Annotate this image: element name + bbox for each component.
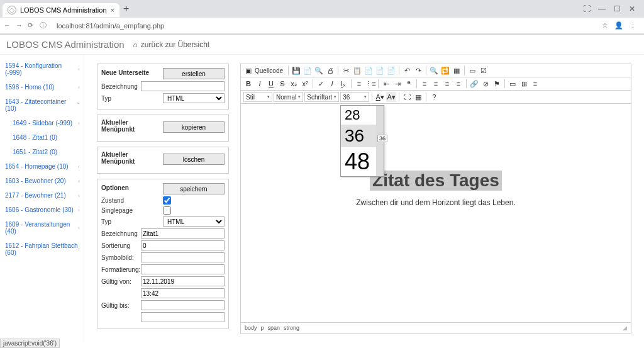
outdent-icon[interactable]: ⇤ [381,79,391,89]
formatierung-input[interactable] [141,264,225,274]
format-combo[interactable]: Normal▾ [274,92,303,102]
bg-color-icon[interactable]: A▾ [386,92,396,102]
table-icon[interactable]: ⊞ [519,79,529,89]
window-close-icon[interactable]: ✕ [628,4,636,13]
forward-icon[interactable]: → [16,21,23,30]
create-button[interactable]: erstellen [163,68,225,79]
sidebar-item-zitatecontainer[interactable]: 1643 - Zitatecontainer (10)˅ [0,94,84,116]
maximize-icon[interactable]: ☐ [613,4,621,13]
undo-icon[interactable]: ↶ [402,65,412,76]
preview-icon[interactable]: 🔍 [314,65,324,76]
tag-span[interactable]: span [268,325,280,331]
save-icon[interactable]: 💾 [291,65,301,76]
sidebar-item-zitat1[interactable]: 1648 - Zitat1 (0) [0,130,84,145]
superscript-icon[interactable]: x² [300,79,310,89]
tag-p[interactable]: p [261,325,264,331]
size-combo[interactable]: 36▾ [340,92,369,102]
align-justify-icon[interactable]: ≡ [453,79,464,89]
gueltig-bis-time-input[interactable] [141,312,225,322]
redo-icon[interactable]: ↷ [413,65,423,76]
sidebar-item-veranstaltungen[interactable]: 1609 - Veranstaltungen (40)‹ [0,217,84,239]
quellcode-label[interactable]: Quellcode [255,67,283,74]
back-to-overview-link[interactable]: ⌂ zurück zur Übersicht [133,40,210,49]
link-icon[interactable]: 🔗 [469,79,479,89]
profile-icon[interactable]: 👤 [614,21,623,30]
new-icon[interactable]: 📄 [303,65,313,76]
checkbox-icon[interactable]: ☑ [479,65,489,76]
typ-select[interactable]: HTML [163,93,225,103]
sortierung-input[interactable] [141,240,225,250]
singlepage-checkbox[interactable] [163,206,171,215]
options-typ-select[interactable]: HTML [163,216,225,227]
sidebar-item-bewohner-20[interactable]: 1603 - Bewohner (20)‹ [0,174,84,188]
gueltig-bis-date-input[interactable] [141,300,225,310]
anchor-icon[interactable]: ⚑ [492,79,502,89]
star-icon[interactable]: ☆ [602,21,608,30]
close-icon[interactable]: × [111,6,114,14]
blockquote-icon[interactable]: ❝ [404,79,414,89]
help-icon[interactable]: ? [429,92,439,102]
sidebar-item-home[interactable]: 1598 - Home (10)‹ [0,80,84,94]
symbolbild-input[interactable] [141,252,225,262]
underline-icon[interactable]: U [266,79,276,89]
document-subtitle[interactable]: Zwischen dir und dem Horizont liegt das … [253,198,618,207]
blocks-icon[interactable]: ▦ [413,92,423,102]
hr-icon[interactable]: ≡ [530,79,540,89]
removeformat-icon[interactable]: ✓ [316,79,326,89]
print-icon[interactable]: 🖨 [325,65,335,76]
font-combo[interactable]: Schriftart▾ [304,92,339,102]
align-left-icon[interactable]: ≡ [419,79,430,89]
gueltig-von-date-input[interactable] [141,276,225,286]
align-right-icon[interactable]: ≡ [442,79,452,89]
back-icon[interactable]: ← [4,21,11,30]
image-icon[interactable]: ▭ [508,79,518,89]
bullist-icon[interactable]: ⋮≡ [365,79,375,89]
tag-body[interactable]: body [245,325,257,331]
sidebar-item-zitat2[interactable]: 1651 - Zitat2 (0) [0,145,84,159]
maximize-editor-icon[interactable]: ⛶ [402,92,412,102]
style-combo[interactable]: Stil▾ [243,92,272,102]
find-icon[interactable]: 🔍 [429,65,439,76]
form-icon[interactable]: ▭ [467,65,477,76]
info-icon[interactable]: ⓘ [40,21,47,30]
replace-icon[interactable]: 🔁 [440,65,450,76]
subscript-icon[interactable]: x₂ [289,79,299,89]
indent-icon[interactable]: ⇥ [392,79,402,89]
browser-tab[interactable]: ◌ LOBOS CMS Administration × [3,3,119,17]
tag-strong[interactable]: strong [284,325,299,331]
menu-icon[interactable]: ⋮ [630,21,636,30]
size-option-48[interactable]: 48 [341,147,376,176]
size-option-28[interactable]: 28 [341,106,376,125]
cut-icon[interactable]: ✂ [341,65,351,76]
format-icon[interactable]: I [327,79,337,89]
options-bezeichnung-input[interactable] [141,228,225,239]
new-tab-button[interactable]: + [123,3,129,14]
resize-grip-icon[interactable]: ◢ [623,325,627,331]
unlink-icon[interactable]: ⊘ [480,79,491,89]
copy-icon[interactable]: 📋 [352,65,362,76]
sidebar-item-fahrplan[interactable]: 1612 - Fahrplan Stettbach (60)‹ [0,239,84,260]
size-option-36[interactable]: 36 [341,125,376,147]
reload-icon[interactable]: ⟳ [28,21,33,30]
sidebar-item-homepage[interactable]: 1654 - Homepage (10)‹ [0,159,84,174]
sidebar-item-bewohner-21[interactable]: 2177 - Bewohner (21)‹ [0,188,84,203]
gueltig-von-time-input[interactable] [141,288,225,298]
delete-button[interactable]: löschen [163,154,225,165]
clear-icon[interactable]: Iₓ [338,79,348,89]
selectall-icon[interactable]: ▦ [452,65,462,76]
strike-icon[interactable]: S [277,79,287,89]
paste-word-icon[interactable]: 📄 [386,65,396,76]
copy-button[interactable]: kopieren [163,121,225,133]
bezeichnung-input[interactable] [141,81,225,91]
italic-icon[interactable]: I [255,79,265,89]
sidebar-item-sidebar[interactable]: 1649 - Sidebar (-999)‹ [0,116,84,130]
address-input[interactable]: localhost:81/admin/a_empfang.php [53,22,596,30]
zustand-checkbox[interactable] [163,196,171,205]
document-heading[interactable]: Zitat des Tages [370,171,502,191]
save-button[interactable]: speichern [163,183,225,194]
bold-icon[interactable]: B [243,79,253,89]
paste-text-icon[interactable]: 📄 [375,65,385,76]
sidebar-item-gastronomie[interactable]: 1606 - Gastronomie (30)‹ [0,203,84,217]
expand-icon[interactable]: ⛶ [582,4,591,13]
align-center-icon[interactable]: ≡ [431,79,441,89]
